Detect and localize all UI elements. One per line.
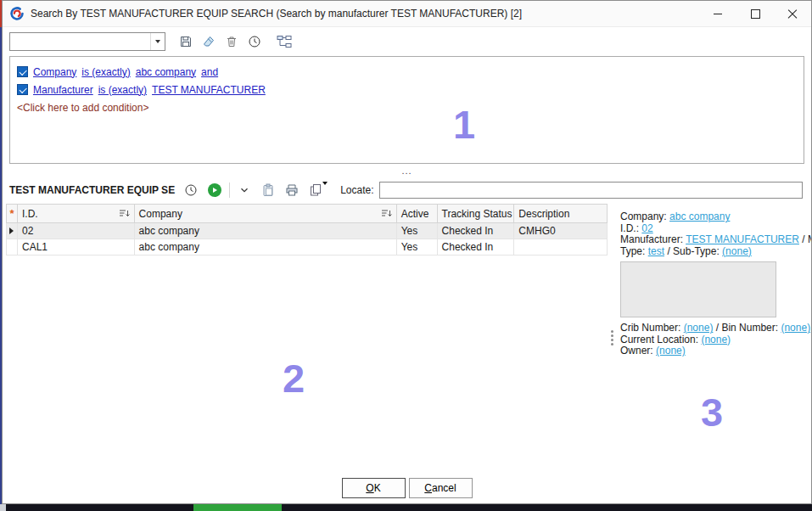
- delete-icon[interactable]: [222, 32, 241, 51]
- history-icon[interactable]: [182, 181, 200, 199]
- owner-label: Owner:: [620, 345, 653, 357]
- cell-tracking-status[interactable]: Checked In: [438, 239, 515, 255]
- owner-link[interactable]: (none): [656, 345, 686, 357]
- condition-row: Manufacturer is (exactly) TEST MANUFACTU…: [17, 81, 797, 98]
- cell-tracking-status[interactable]: Checked In: [438, 223, 515, 239]
- horizontal-splitter[interactable]: ...: [3, 164, 811, 177]
- splitter-grip-icon: [611, 330, 613, 345]
- copy-dropdown-icon[interactable]: [322, 182, 328, 185]
- manufacturer-label: Manufacturer:: [620, 233, 683, 245]
- cell-company[interactable]: abc company: [135, 239, 397, 255]
- current-row-marker: [9, 227, 14, 234]
- condition-field-link[interactable]: Company: [33, 66, 76, 78]
- cell-company[interactable]: abc company: [135, 223, 397, 239]
- table-row[interactable]: 02 abc company Yes Checked In CMHG0: [6, 223, 608, 239]
- combo-dropdown-icon[interactable]: [150, 33, 165, 50]
- current-location-label: Current Location:: [620, 334, 698, 345]
- condition-field-link[interactable]: Manufacturer: [33, 84, 93, 96]
- column-label: I.D.: [22, 208, 38, 220]
- bin-number-link[interactable]: (none): [781, 322, 810, 334]
- current-location-link[interactable]: (none): [701, 334, 731, 345]
- company-link[interactable]: abc company: [669, 211, 730, 222]
- splitter-handle[interactable]: ...: [401, 166, 412, 176]
- sort-icon[interactable]: [119, 209, 130, 218]
- detail-line-company: Company: abc company: [620, 211, 809, 223]
- type-link[interactable]: test: [648, 245, 664, 257]
- column-label: Company: [139, 208, 182, 220]
- column-header-id[interactable]: I.D.: [18, 205, 135, 222]
- titlebar[interactable]: Search By TEST MANUFACTURER EQUIP SEARCH…: [3, 1, 811, 27]
- selector-column-header[interactable]: *: [6, 205, 18, 222]
- id-label: I.D.:: [620, 222, 639, 234]
- minimize-icon: [714, 14, 722, 14]
- cell-active[interactable]: Yes: [397, 239, 438, 255]
- condition-value-link[interactable]: TEST MANUFACTURER: [152, 84, 266, 96]
- play-icon: [208, 183, 221, 197]
- condition-operator-link[interactable]: is (exactly): [81, 66, 130, 78]
- vertical-splitter[interactable]: [608, 204, 616, 472]
- clear-icon[interactable]: [199, 32, 218, 51]
- condition-value-link[interactable]: abc company: [136, 66, 196, 78]
- results-title: TEST MANUFACTURER EQUIP SE: [9, 184, 175, 196]
- copy-icon[interactable]: [306, 181, 325, 199]
- row-selector-cell[interactable]: [6, 239, 18, 255]
- sort-icon[interactable]: [381, 209, 392, 218]
- ok-button-label: OK: [366, 482, 380, 494]
- column-label: Active: [401, 208, 429, 220]
- organize-searches-icon[interactable]: [275, 32, 294, 51]
- crib-number-link[interactable]: (none): [684, 322, 714, 334]
- add-condition-link[interactable]: <Click here to add condition>: [17, 102, 797, 114]
- type-label: Type:: [620, 245, 645, 257]
- minimize-button[interactable]: [699, 1, 736, 26]
- close-button[interactable]: [774, 1, 811, 26]
- cell-description[interactable]: [514, 239, 608, 255]
- cell-active[interactable]: Yes: [397, 223, 438, 239]
- column-header-active[interactable]: Active: [397, 205, 438, 222]
- check-icon: [20, 67, 27, 75]
- condition-row: Company is (exactly) abc company and: [17, 63, 797, 81]
- cell-id[interactable]: CAL1: [18, 239, 135, 255]
- detail-line-crib: Crib Number: (none) / Bin Number: (none): [620, 323, 809, 334]
- detail-line-manufacturer: Manufacturer: TEST MANUFACTURER / Mo: [620, 234, 809, 246]
- detail-line-id: I.D.: 02: [620, 223, 809, 235]
- crib-number-label: Crib Number:: [620, 322, 680, 334]
- column-header-description[interactable]: Description: [514, 205, 608, 222]
- ok-button[interactable]: OK: [342, 478, 406, 498]
- table-row[interactable]: CAL1 abc company Yes Checked In: [6, 239, 608, 256]
- maximize-icon: [751, 9, 760, 19]
- cell-description[interactable]: CMHG0: [514, 223, 608, 239]
- condition-checkbox[interactable]: [17, 66, 28, 77]
- saved-search-combobox[interactable]: [9, 32, 165, 51]
- run-search-icon[interactable]: [205, 181, 224, 199]
- row-selector-cell[interactable]: [6, 223, 18, 239]
- locate-input[interactable]: [379, 182, 803, 199]
- id-link[interactable]: 02: [641, 222, 652, 234]
- detail-line-type: Type: test / Sub-Type: (none): [620, 246, 809, 258]
- screen: Search By TEST MANUFACTURER EQUIP SEARCH…: [0, 0, 812, 511]
- cancel-button-label: Cancel: [424, 482, 456, 494]
- subtype-link[interactable]: (none): [722, 245, 752, 257]
- column-label: Description: [518, 208, 569, 220]
- search-toolbar: [3, 27, 811, 56]
- column-header-company[interactable]: Company: [135, 205, 397, 222]
- condition-operator-link[interactable]: is (exactly): [98, 84, 147, 96]
- condition-checkbox[interactable]: [17, 84, 28, 95]
- window-controls: [699, 1, 811, 26]
- maximize-button[interactable]: [736, 1, 774, 26]
- history-icon[interactable]: [245, 32, 264, 51]
- condition-conjunction-link[interactable]: and: [201, 66, 218, 78]
- manufacturer-link[interactable]: TEST MANUFACTURER: [686, 233, 799, 245]
- chevron-down-icon[interactable]: [235, 181, 254, 199]
- save-icon[interactable]: [176, 32, 195, 51]
- print-icon[interactable]: [283, 181, 301, 199]
- cell-id[interactable]: 02: [18, 223, 135, 239]
- taskbar-sliver: [0, 504, 6, 511]
- saved-search-input[interactable]: [10, 33, 150, 50]
- watermark-2: 2: [283, 355, 305, 402]
- asterisk-icon: *: [9, 208, 14, 219]
- column-header-tracking-status[interactable]: Tracking Status: [438, 205, 515, 222]
- manufacturer-suffix: / Mo: [802, 233, 811, 245]
- cancel-button[interactable]: Cancel: [409, 478, 473, 498]
- paste-icon[interactable]: [259, 181, 277, 199]
- toolbar-divider: [229, 182, 230, 198]
